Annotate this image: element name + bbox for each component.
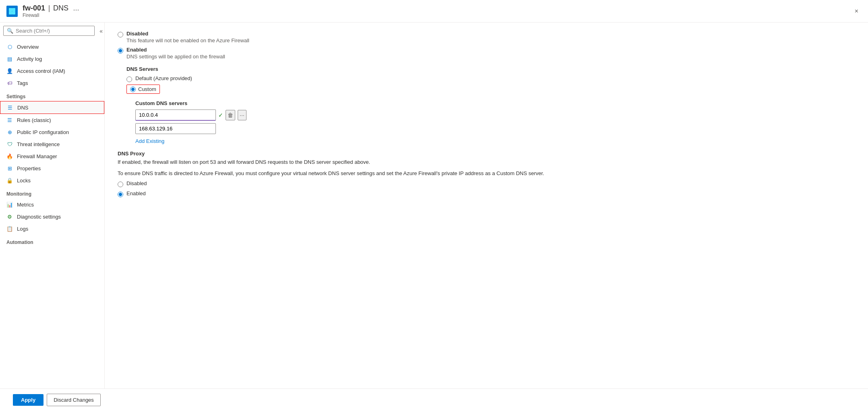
disabled-radio-item: Disabled bbox=[118, 31, 855, 37]
sidebar-item-label: DNS bbox=[17, 105, 28, 111]
main-layout: 🔍 « ⬡ Overview ▤ Activity log 👤 Access c… bbox=[0, 23, 868, 388]
discard-button[interactable]: Discard Changes bbox=[47, 394, 101, 406]
title-separator: | bbox=[48, 4, 50, 12]
resource-type: Firewall bbox=[23, 12, 79, 18]
dns-server-row-1: ✓ 🗑 ··· bbox=[135, 109, 855, 121]
access-control-icon: 👤 bbox=[6, 68, 13, 74]
validate-icon-1: ✓ bbox=[218, 112, 223, 118]
sidebar-item-properties[interactable]: ⊞ Properties bbox=[0, 162, 104, 174]
locks-icon: 🔒 bbox=[6, 177, 13, 184]
activity-log-icon: ▤ bbox=[6, 56, 13, 62]
sidebar-item-rules-classic[interactable]: ☰ Rules (classic) bbox=[0, 114, 104, 126]
automation-section-header: Automation bbox=[0, 235, 104, 247]
enabled-option: Enabled DNS settings will be applied on … bbox=[118, 47, 855, 60]
dns-proxy-desc1: If enabled, the firewall will listen on … bbox=[118, 158, 855, 166]
sidebar-item-label: Logs bbox=[17, 226, 28, 232]
search-box[interactable]: 🔍 bbox=[3, 26, 95, 36]
sidebar-item-overview[interactable]: ⬡ Overview bbox=[0, 41, 104, 53]
logs-icon: 📋 bbox=[6, 225, 13, 232]
sidebar-item-diagnostic-settings[interactable]: ⚙ Diagnostic settings bbox=[0, 211, 104, 223]
sidebar-item-label: Properties bbox=[17, 165, 41, 171]
diagnostic-icon: ⚙ bbox=[6, 213, 13, 220]
sidebar-item-firewall-manager[interactable]: 🔥 Firewall Manager bbox=[0, 150, 104, 162]
overview-icon: ⬡ bbox=[6, 43, 13, 50]
dns-proxy-desc2: To ensure DNS traffic is directed to Azu… bbox=[118, 169, 855, 178]
custom-dns-servers: Custom DNS servers ✓ 🗑 ··· Add Existing bbox=[135, 100, 855, 144]
proxy-enabled-item: Enabled bbox=[118, 190, 855, 197]
sidebar-item-locks[interactable]: 🔒 Locks bbox=[0, 174, 104, 186]
sidebar-item-logs[interactable]: 📋 Logs bbox=[0, 223, 104, 235]
properties-icon: ⊞ bbox=[6, 165, 13, 171]
top-bar: fw-001 | DNS ... Firewall × bbox=[0, 0, 868, 23]
proxy-enabled-radio[interactable] bbox=[118, 192, 123, 197]
resource-icon bbox=[6, 6, 18, 17]
svg-rect-0 bbox=[9, 8, 12, 11]
content-area: Disabled This feature will not be enable… bbox=[105, 23, 868, 388]
search-icon: 🔍 bbox=[7, 28, 13, 34]
sidebar-item-label: Access control (IAM) bbox=[17, 68, 65, 74]
disabled-desc: This feature will not be enabled on the … bbox=[126, 37, 855, 43]
sidebar-item-dns[interactable]: ☰ DNS bbox=[0, 101, 104, 114]
monitoring-section-header: Monitoring bbox=[0, 186, 104, 198]
sidebar-item-access-control[interactable]: 👤 Access control (IAM) bbox=[0, 65, 104, 77]
sidebar-item-public-ip[interactable]: ⊕ Public IP configuration bbox=[0, 126, 104, 138]
svg-rect-3 bbox=[12, 11, 15, 14]
sidebar-item-label: Metrics bbox=[17, 202, 34, 208]
sidebar-item-tags[interactable]: 🏷 Tags bbox=[0, 77, 104, 89]
more-options-btn[interactable]: ... bbox=[73, 4, 79, 12]
dns-proxy-title: DNS Proxy bbox=[118, 151, 855, 157]
dns-server-row-2 bbox=[135, 123, 855, 134]
page-title: DNS bbox=[53, 4, 68, 12]
collapse-icon[interactable]: « bbox=[98, 27, 104, 35]
disabled-option: Disabled This feature will not be enable… bbox=[118, 31, 855, 43]
close-button[interactable]: × bbox=[851, 6, 862, 17]
public-ip-icon: ⊕ bbox=[6, 129, 13, 135]
enable-radio-group: Disabled This feature will not be enable… bbox=[118, 31, 855, 60]
resource-name: fw-001 bbox=[23, 4, 45, 12]
proxy-enabled-label: Enabled bbox=[126, 190, 146, 196]
delete-server-btn-1[interactable]: 🗑 bbox=[226, 110, 235, 120]
custom-dns-option-wrapper: Custom bbox=[126, 85, 855, 94]
add-existing-link[interactable]: Add Existing bbox=[135, 138, 164, 144]
sidebar-navigation: ⬡ Overview ▤ Activity log 👤 Access contr… bbox=[0, 39, 104, 388]
apply-button[interactable]: Apply bbox=[13, 394, 44, 406]
sidebar-item-label: Overview bbox=[17, 44, 39, 50]
rules-icon: ☰ bbox=[6, 117, 13, 123]
sidebar-item-label: Locks bbox=[17, 178, 31, 184]
enabled-label: Enabled bbox=[126, 47, 147, 53]
proxy-disabled-label: Disabled bbox=[126, 180, 147, 186]
custom-dns-radio[interactable] bbox=[130, 87, 136, 92]
sidebar-item-threat-intel[interactable]: 🛡 Threat intelligence bbox=[0, 138, 104, 150]
enabled-desc: DNS settings will be applied on the fire… bbox=[126, 54, 855, 60]
sidebar-item-label: Tags bbox=[17, 80, 28, 86]
bottom-bar: Apply Discard Changes bbox=[0, 388, 868, 411]
sidebar: 🔍 « ⬡ Overview ▤ Activity log 👤 Access c… bbox=[0, 23, 105, 388]
disabled-radio[interactable] bbox=[118, 32, 123, 37]
settings-section-header: Settings bbox=[0, 89, 104, 101]
dns-icon: ☰ bbox=[7, 104, 13, 111]
dns-proxy-section: DNS Proxy If enabled, the firewall will … bbox=[118, 151, 855, 197]
svg-rect-2 bbox=[9, 11, 12, 14]
proxy-disabled-radio[interactable] bbox=[118, 182, 123, 187]
threat-intel-icon: 🛡 bbox=[6, 141, 13, 147]
sidebar-item-metrics[interactable]: 📊 Metrics bbox=[0, 198, 104, 211]
custom-dns-box: Custom bbox=[126, 85, 160, 94]
default-dns-radio[interactable] bbox=[126, 76, 132, 82]
dns-server-input-2[interactable] bbox=[135, 123, 216, 134]
more-options-server-btn-1[interactable]: ··· bbox=[238, 110, 247, 120]
custom-dns-label: Custom bbox=[138, 86, 156, 92]
sidebar-item-label: Public IP configuration bbox=[17, 129, 69, 135]
sidebar-item-label: Firewall Manager bbox=[17, 153, 57, 159]
sidebar-item-label: Diagnostic settings bbox=[17, 214, 61, 220]
header-title-group: fw-001 | DNS ... Firewall bbox=[23, 4, 79, 18]
dns-server-input-1[interactable] bbox=[135, 109, 216, 121]
sidebar-item-activity-log[interactable]: ▤ Activity log bbox=[0, 53, 104, 65]
enabled-radio[interactable] bbox=[118, 48, 123, 54]
sidebar-item-label: Activity log bbox=[17, 56, 42, 62]
disabled-label: Disabled bbox=[126, 31, 148, 37]
dns-servers-section: DNS Servers Default (Azure provided) Cus… bbox=[126, 66, 855, 144]
svg-rect-1 bbox=[12, 8, 15, 11]
proxy-disabled-item: Disabled bbox=[118, 180, 855, 187]
search-input[interactable] bbox=[16, 28, 91, 34]
enabled-radio-item: Enabled bbox=[118, 47, 855, 54]
